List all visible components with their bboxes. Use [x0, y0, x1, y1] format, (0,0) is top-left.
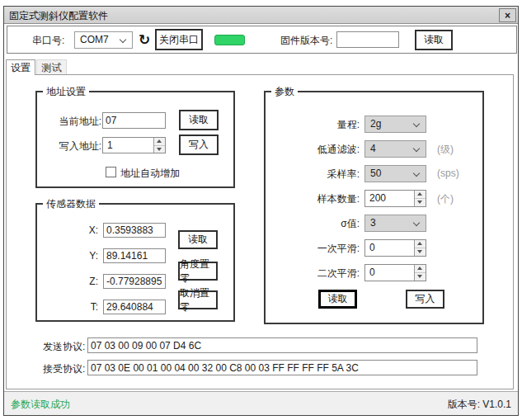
write-address-label: 写入地址: [50, 139, 101, 153]
spin-down-icon[interactable] [415, 199, 426, 206]
connection-status-indicator [214, 35, 245, 45]
address-group-title: 地址设置 [43, 85, 89, 99]
firmware-version-label: 固件版本号: [280, 34, 332, 48]
chevron-down-icon [120, 36, 126, 43]
address-group: 地址设置 当前地址: 读取 写入地址: 1 写入 地址自动增加 [35, 91, 235, 188]
firmware-read-button[interactable]: 读取 [415, 30, 453, 50]
params-group: 参数 量程: 2g 低通滤波: 4 (级) 采样率: 50 (sps) 样本数量… [264, 91, 484, 324]
write-address-value: 1 [107, 139, 113, 151]
angle-zero-button[interactable]: 角度置零 [178, 262, 218, 281]
address-auto-increment-checkbox[interactable] [106, 167, 116, 177]
spin-down-icon[interactable] [415, 273, 426, 281]
tab-test[interactable]: 测试 [36, 59, 67, 75]
lowpass-select[interactable]: 4 [364, 140, 426, 158]
samplerate-unit: (sps) [437, 168, 459, 179]
sensor-z-input[interactable] [103, 274, 166, 289]
smooth1-label: 一次平滑: [294, 242, 360, 256]
sensor-t-input[interactable] [103, 300, 166, 314]
sensor-group-title: 传感器数据 [43, 197, 99, 211]
serial-port-label: 串口号: [32, 34, 64, 48]
address-read-button[interactable]: 读取 [179, 110, 219, 130]
samplecount-unit: (个) [437, 192, 454, 206]
spinner-arrows [153, 138, 165, 153]
chevron-down-icon [413, 120, 420, 127]
smooth2-spinner[interactable]: 0 [364, 264, 426, 281]
firmware-version-input[interactable] [336, 31, 399, 48]
cancel-zero-button[interactable]: 取消置零 [178, 290, 218, 309]
samplecount-spinner[interactable]: 200 [364, 190, 426, 207]
serial-port-select[interactable]: COM7 [74, 31, 133, 49]
current-address-label: 当前地址: [50, 115, 101, 129]
spin-up-icon[interactable] [154, 138, 165, 146]
chevron-down-icon [413, 145, 420, 152]
address-auto-increment-label: 地址自动增加 [120, 167, 180, 181]
sigma-label: σ值: [294, 217, 360, 231]
sensor-group: 传感器数据 X: Y: Z: T: 读取 角度置零 取消置零 [35, 203, 235, 322]
samplerate-label: 采样率: [294, 168, 360, 182]
receive-protocol-label: 接受协议: [43, 362, 85, 376]
close-port-button[interactable]: 关闭串口 [155, 29, 203, 50]
send-protocol-label: 发送协议: [43, 340, 85, 354]
sensor-read-button[interactable]: 读取 [178, 230, 218, 249]
close-icon: × [505, 10, 510, 21]
sensor-z-label: Z: [50, 276, 98, 287]
lowpass-unit: (级) [437, 143, 454, 157]
close-button[interactable]: × [499, 8, 516, 22]
smooth1-spinner[interactable]: 0 [364, 239, 426, 257]
range-select[interactable]: 2g [364, 116, 426, 133]
send-protocol-input[interactable] [87, 337, 477, 353]
serial-panel: 串口号: COM7 ↻ 关闭串口 固件版本号: 读取 [7, 26, 517, 54]
serial-port-value: COM7 [80, 34, 109, 45]
spin-down-icon[interactable] [154, 146, 165, 153]
sensor-y-label: Y: [50, 250, 98, 262]
address-write-button[interactable]: 写入 [179, 134, 219, 155]
app-window: 固定式测斜仪配置软件 × 串口号: COM7 ↻ 关闭串口 固件版本号: 读取 … [3, 6, 519, 416]
receive-protocol-input[interactable] [87, 360, 477, 375]
chevron-down-icon [413, 219, 420, 226]
title-bar: 固定式测斜仪配置软件 × [4, 7, 518, 24]
lowpass-label: 低通滤波: [294, 143, 360, 157]
version-label: 版本号: V1.0.1 [448, 398, 511, 412]
sigma-select[interactable]: 3 [364, 215, 426, 232]
spin-up-icon[interactable] [415, 191, 426, 199]
spin-down-icon[interactable] [415, 248, 426, 256]
chevron-down-icon [413, 170, 420, 177]
write-address-spinner[interactable]: 1 [102, 137, 166, 153]
tab-settings[interactable]: 设置 [6, 59, 35, 75]
settings-tab-page: 地址设置 当前地址: 读取 写入地址: 1 写入 地址自动增加 传感器数据 X:… [6, 74, 514, 389]
current-address-input[interactable] [102, 112, 166, 129]
status-bar: 参数读取成功 版本号: V1.0.1 [4, 391, 518, 415]
sensor-y-input[interactable] [103, 248, 166, 263]
samplerate-select[interactable]: 50 [364, 165, 426, 182]
params-group-title: 参数 [271, 85, 298, 99]
refresh-icon[interactable]: ↻ [136, 31, 153, 48]
sensor-t-label: T: [50, 301, 98, 313]
status-message: 参数读取成功 [11, 398, 70, 412]
range-label: 量程: [294, 118, 360, 132]
spin-up-icon[interactable] [415, 265, 426, 273]
params-write-button[interactable]: 写入 [406, 290, 444, 309]
spin-up-icon[interactable] [415, 240, 426, 248]
smooth2-label: 二次平滑: [294, 267, 360, 281]
params-read-button[interactable]: 读取 [318, 290, 357, 309]
samplecount-label: 样本数量: [294, 192, 360, 206]
window-title: 固定式测斜仪配置软件 [9, 9, 108, 23]
sensor-x-label: X: [50, 224, 98, 236]
sensor-x-input[interactable] [103, 223, 166, 238]
